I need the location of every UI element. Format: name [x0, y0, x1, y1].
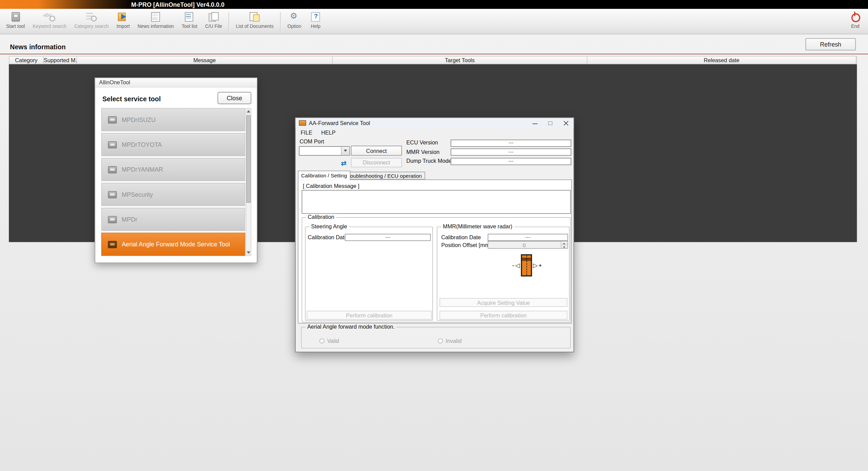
com-port-label: COM Port: [300, 139, 324, 145]
select-service-tool-dialog: AllinOneTool Select service tool Close M…: [95, 77, 257, 263]
minimize-icon: [532, 124, 538, 124]
dump-truck-model-label: Dump Truck Model: [406, 158, 453, 164]
column-header-category[interactable]: Category: [10, 56, 44, 64]
valid-radio[interactable]: [320, 338, 325, 344]
maximize-icon: [548, 121, 553, 125]
category-search-icon: [85, 11, 98, 22]
menu-file[interactable]: FILE: [301, 128, 312, 138]
service-tool-item[interactable]: MPDr: [101, 208, 245, 231]
toolbar-item-label: Category search: [74, 23, 109, 29]
scrollbar-thumb[interactable]: [246, 115, 251, 203]
service-tool-item[interactable]: MPSecurity: [101, 183, 245, 206]
toolbar-news-information[interactable]: News information: [134, 11, 178, 29]
mmr-calibration-date-label: Calibration Date: [441, 234, 481, 241]
service-tool-item-selected[interactable]: Aerial Angle Forward Mode Service Tool: [101, 233, 245, 256]
service-tool-list: MPDrISUZU MPDrTOYOTA MPDrYANMAR MPSecuri…: [101, 108, 245, 258]
toolbar-tool-list[interactable]: Tool list: [178, 11, 201, 29]
steering-perform-calibration-button[interactable]: Perform calibration: [307, 311, 432, 319]
scroll-down-arrow-icon[interactable]: [246, 250, 251, 255]
maximize-button[interactable]: [542, 118, 558, 128]
steering-calibration-date-label: Calibration Date: [308, 234, 347, 241]
mmr-version-label: MMR Version: [406, 149, 439, 155]
close-window-button[interactable]: [558, 118, 574, 128]
toolbar-separator: [229, 12, 230, 32]
invalid-radio[interactable]: [438, 338, 443, 344]
toolbar-item-label: List of Documents: [236, 23, 274, 29]
window-title: AA-Forward Service Tool: [309, 120, 370, 126]
acquire-setting-value-button[interactable]: Acquire Setting Value: [439, 298, 567, 307]
aa-forward-service-tool-window: AA-Forward Service Tool FILE HELP COM Po…: [295, 118, 574, 352]
steering-calibration-date-value: ---: [345, 234, 431, 241]
mmr-calibration-date-value: ---: [488, 234, 568, 241]
dialog-titlebar[interactable]: AllinOneTool: [95, 78, 257, 88]
invalid-radio-label: Invalid: [446, 338, 462, 344]
toolbar-start-tool[interactable]: Start tool: [2, 11, 29, 29]
service-tool-item[interactable]: MPDrYANMAR: [101, 158, 245, 181]
column-header-message[interactable]: Message: [77, 56, 333, 64]
service-tool-device-icon: [108, 191, 117, 198]
column-header-supported-model[interactable]: Supported M...: [44, 56, 77, 64]
column-header-target-tools[interactable]: Target Tools: [333, 56, 587, 64]
tab-calibration-setting[interactable]: Calibration / Setting: [298, 171, 350, 180]
column-header-released-date[interactable]: Released date: [587, 56, 856, 64]
minimize-button[interactable]: [527, 118, 543, 128]
news-information-icon: [149, 11, 162, 22]
menu-help[interactable]: HELP: [321, 128, 336, 138]
window-app-icon: [299, 120, 306, 126]
toolbar-keyword-search[interactable]: Keyword search: [29, 11, 70, 29]
toolbar-item-label: Help: [311, 23, 321, 29]
service-tool-list-scrollbar[interactable]: [246, 108, 251, 256]
service-tool-device-icon: [108, 116, 117, 123]
mmr-perform-calibration-button[interactable]: Perform calibration: [439, 311, 567, 319]
com-port-select[interactable]: [299, 146, 350, 156]
calibration-setting-panel: [ Calibration Message ] Calibration Stee…: [298, 179, 572, 324]
combo-dropdown-button[interactable]: [341, 147, 349, 155]
valid-radio-label: Valid: [327, 338, 339, 344]
window-titlebar[interactable]: AA-Forward Service Tool: [295, 118, 573, 128]
position-offset-label: Position Offset [mm]: [441, 242, 491, 248]
service-tool-item[interactable]: MPDrTOYOTA: [101, 133, 245, 156]
menu-bar: FILE HELP: [295, 128, 573, 138]
truck-top-view-icon: [521, 254, 532, 276]
spin-down-button[interactable]: [561, 245, 567, 248]
cu-file-icon: [207, 11, 220, 22]
service-tool-device-icon: [108, 166, 117, 173]
refresh-icon: ⇄: [341, 159, 346, 167]
service-tool-device-icon: [108, 216, 117, 223]
scroll-up-arrow-icon[interactable]: [246, 108, 251, 114]
aerial-angle-mode-group-label: Aerial Angle forward mode function.: [306, 324, 396, 330]
toolbar-help[interactable]: Help: [305, 11, 326, 29]
toolbar-option[interactable]: Option: [284, 11, 305, 29]
window-controls: [527, 118, 574, 128]
disconnect-button[interactable]: Disconnect: [351, 158, 402, 168]
toolbar-item-label: Option: [287, 23, 301, 29]
chevron-down-icon: [344, 150, 347, 152]
refresh-button[interactable]: Refresh: [806, 38, 856, 50]
connect-button[interactable]: Connect: [351, 146, 402, 156]
calibration-group: Calibration Steering Angle Calibration D…: [302, 217, 571, 322]
service-tool-item-label: MPSecurity: [122, 191, 153, 198]
ecu-version-value: ---: [451, 140, 571, 147]
position-offset-value: 0: [488, 242, 560, 248]
toolbar-import[interactable]: Import: [112, 11, 133, 29]
spin-up-button[interactable]: [561, 242, 567, 245]
tool-list-icon: [183, 11, 196, 22]
toolbar-end[interactable]: End: [845, 11, 866, 29]
application-window: M-PRO [AllinOneTool] Ver4.0.0.0 Start to…: [0, 0, 868, 471]
service-tool-item-label: MPDrTOYOTA: [122, 141, 162, 148]
refresh-ports-button[interactable]: ⇄: [338, 158, 349, 168]
service-tool-item[interactable]: MPDrISUZU: [101, 108, 245, 131]
position-offset-spinner[interactable]: 0: [488, 241, 568, 249]
page-title: News information: [10, 43, 66, 51]
tab-troubleshooting-ecu-operation[interactable]: Troubleshooting / ECU operation: [342, 172, 425, 179]
dump-truck-model-value: ---: [451, 158, 571, 165]
service-tool-item-label: Aerial Angle Forward Mode Service Tool: [122, 241, 230, 248]
aerial-angle-mode-group: Aerial Angle forward mode function. Vali…: [301, 327, 571, 349]
toolbar-list-of-documents[interactable]: List of Documents: [232, 11, 277, 29]
toolbar-item-label: Start tool: [6, 23, 25, 29]
toolbar-category-search[interactable]: Category search: [70, 11, 112, 29]
plus-sign: +: [539, 263, 542, 268]
toolbar-cu-file[interactable]: C/U File: [201, 11, 226, 29]
service-tool-device-icon: [108, 241, 117, 248]
close-button[interactable]: Close: [218, 92, 251, 104]
